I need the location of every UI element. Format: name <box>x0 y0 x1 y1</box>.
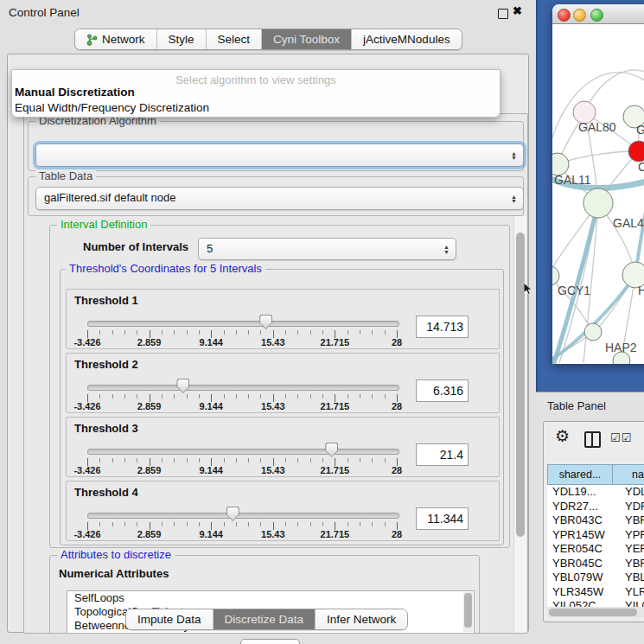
column-header-shared-name[interactable]: shared... <box>547 464 613 485</box>
slider-thumb[interactable] <box>325 443 338 457</box>
mouse-cursor <box>524 283 533 299</box>
tab-impute-data[interactable]: Impute Data <box>126 609 213 629</box>
popup-option-equal-width-frequency-discretization[interactable]: Equal Width/Frequency Discretization <box>14 100 498 116</box>
cell-shared-name: YER054C <box>547 542 620 557</box>
tab-jactivemnodules[interactable]: jActiveMNodules <box>351 29 462 49</box>
interval-definition-group: Interval Definition Number of Intervals … <box>49 225 510 548</box>
tick-label: 9.144 <box>199 465 223 475</box>
cell-name: YIL0 <box>620 599 644 607</box>
slider-thumb[interactable] <box>226 507 239 521</box>
node-hap2 <box>584 323 602 341</box>
attribute-item-selfloops[interactable]: SelfLoops <box>67 591 474 605</box>
list-scrollbar[interactable] <box>463 592 473 632</box>
gear-icon[interactable]: ⚙ <box>555 426 570 446</box>
slider-thumb[interactable] <box>176 379 189 393</box>
threshold-label: Threshold 2 <box>74 358 138 371</box>
table-data-combo-value: galFiltered.sif default node <box>44 191 175 204</box>
tab-label: Infer Network <box>327 613 396 626</box>
network-view-window: GAL80 GA C GAL11 GAL4 GCY1 H HAP2 <box>552 4 644 364</box>
table-row[interactable]: YLR345WYLR3 <box>547 585 644 600</box>
algorithm-combo[interactable]: ▲▼ <box>35 143 524 167</box>
table-row[interactable]: YPR145WYPR1 <box>547 528 644 543</box>
stepper-icon: ▲▼ <box>511 194 517 203</box>
slider-thumb[interactable] <box>259 315 272 329</box>
tab-select[interactable]: Select <box>206 29 262 49</box>
table-row[interactable]: YDL19...YDL1 <box>547 485 644 500</box>
slider-track[interactable] <box>87 449 399 455</box>
float-window-icon[interactable] <box>498 9 508 19</box>
slider-track[interactable] <box>87 385 399 391</box>
cell-name: YBR0 <box>620 557 644 571</box>
network-window-titlebar[interactable] <box>552 4 644 24</box>
tab-cyni-toolbox[interactable]: Cyni Toolbox <box>261 29 351 49</box>
column-header-name[interactable]: na <box>613 464 644 485</box>
table-rows: YDL19...YDL1YDR27...YDR2YBR043CYBR0YPR14… <box>547 485 644 607</box>
cyni-toolbox-panel: Discretization Algorithm ▲▼ Table Data g… <box>7 54 529 633</box>
svg-text:HAP2: HAP2 <box>605 341 637 354</box>
window-title: Control Panel <box>9 6 80 19</box>
table-row[interactable]: YBR043CYBR0 <box>547 513 644 528</box>
table-row[interactable]: YDR27...YDR2 <box>547 500 644 514</box>
tick-label: 15.43 <box>261 529 285 539</box>
tick-label: 15.43 <box>261 465 285 475</box>
threshold-value-field[interactable]: 21.4 <box>416 443 469 466</box>
apply-button[interactable]: Apply <box>240 639 300 644</box>
number-of-intervals-combo[interactable]: 5 ▲▼ <box>198 238 456 260</box>
threshold-coordinates-group: Threshold's Coordinates for 5 Intervals … <box>60 269 504 545</box>
tick-label: 2.859 <box>137 529 162 539</box>
control-panel-window: Control Panel ✖ NetworkStyleSelectCyni T… <box>0 0 536 644</box>
cell-name: YPR1 <box>620 528 644 543</box>
popup-option-manual-discretization[interactable]: Manual Discretization <box>14 85 498 100</box>
stepper-icon: ▲▼ <box>443 245 450 254</box>
close-icon[interactable]: ✖ <box>513 4 522 17</box>
table-row[interactable]: YBL079WYBL0 <box>547 571 644 585</box>
tick-label: 28 <box>392 401 402 411</box>
threshold-value-field[interactable]: 14.713 <box>416 316 469 338</box>
tab-label: Cyni Toolbox <box>273 33 340 46</box>
close-traffic-light[interactable] <box>558 9 571 22</box>
settings-scrollbar[interactable] <box>513 216 526 633</box>
tick-label: 2.859 <box>137 337 162 348</box>
table-data-group-title: Table Data <box>35 169 96 182</box>
tick-label: 2.859 <box>137 465 162 475</box>
table-row[interactable]: YBR045CYBR0 <box>547 557 644 571</box>
svg-text:H: H <box>638 284 644 297</box>
slider-tick-labels: -3.4262.8599.14415.4321.71528 <box>67 401 499 411</box>
algorithm-dropdown-popup: Select algorithm to view settings Manual… <box>11 69 501 118</box>
columns-icon[interactable] <box>584 431 601 448</box>
screen: Control Panel ✖ NetworkStyleSelectCyni T… <box>0 0 644 644</box>
slider-tick-labels: -3.4262.8599.14415.4321.71528 <box>67 529 499 539</box>
tab-network[interactable]: Network <box>75 29 156 49</box>
threshold-panel: Threshold 4 -3.4262.8599.14415.4321.7152… <box>66 481 500 541</box>
horizontal-scrollbar[interactable] <box>547 607 644 617</box>
threshold-coordinates-title: Threshold's Coordinates for 5 Intervals <box>66 262 265 275</box>
threshold-value-field[interactable]: 11.344 <box>416 507 469 530</box>
slider-track[interactable] <box>87 513 399 519</box>
cell-name: YER0 <box>620 542 644 557</box>
tick-label: 21.715 <box>321 337 350 348</box>
bottom-tabs: Impute DataDiscretize DataInfer Network <box>125 609 408 630</box>
threshold-panel: Threshold 2 -3.4262.8599.14415.4321.7152… <box>66 353 500 413</box>
tab-style[interactable]: Style <box>156 29 206 49</box>
tick-label: -3.426 <box>73 401 100 411</box>
table-row[interactable]: YIL052CYIL0 <box>547 599 644 607</box>
attributes-group-title: Attributes to discretize <box>57 548 175 561</box>
table-panel-region: Table Panel ⚙ ☑☑ shared... na YDL19...YD… <box>536 392 644 644</box>
svg-text:GA: GA <box>636 123 644 137</box>
threshold-value-field[interactable]: 6.316 <box>416 379 469 402</box>
slider-track[interactable] <box>87 321 399 327</box>
network-canvas[interactable]: GAL80 GA C GAL11 GAL4 GCY1 H HAP2 <box>552 23 644 364</box>
threshold-panel: Threshold 1 -3.4262.8599.14415.4321.7152… <box>66 289 500 349</box>
threshold-label: Threshold 4 <box>74 486 138 499</box>
table-row[interactable]: YER054CYER0 <box>547 542 644 557</box>
tick-label: 15.43 <box>261 337 285 348</box>
zoom-traffic-light[interactable] <box>590 9 603 22</box>
right-side: GAL80 GA C GAL11 GAL4 GCY1 H HAP2 Table … <box>536 0 644 644</box>
tab-discretize-data[interactable]: Discretize Data <box>213 609 316 629</box>
tab-infer-network[interactable]: Infer Network <box>315 609 407 629</box>
minimize-traffic-light[interactable] <box>573 9 586 22</box>
discretization-settings-panel: Discretization Algorithm ▲▼ Table Data g… <box>23 113 528 634</box>
select-checkboxes-icon[interactable]: ☑☑ <box>610 431 632 444</box>
svg-text:GAL4: GAL4 <box>613 216 644 230</box>
table-data-combo[interactable]: galFiltered.sif default node ▲▼ <box>35 187 524 210</box>
